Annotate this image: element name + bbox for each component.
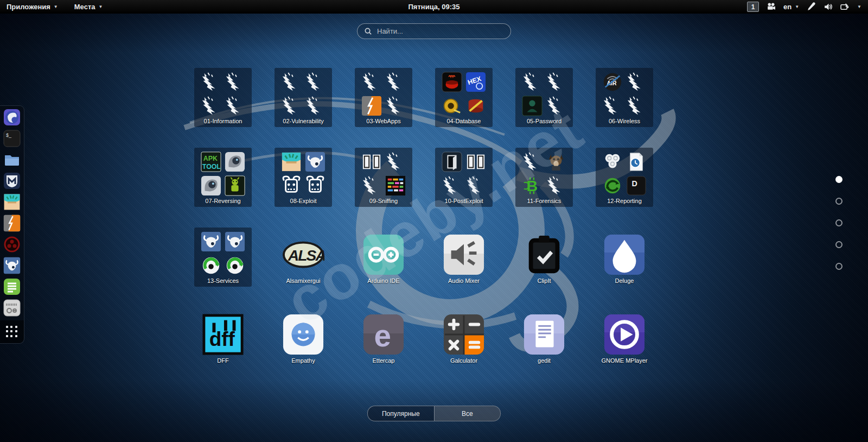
folder-label: 13-Services bbox=[194, 277, 252, 284]
dragon-icon bbox=[546, 96, 566, 116]
dock-item-files[interactable] bbox=[3, 151, 21, 168]
robot-icon bbox=[225, 151, 245, 172]
keyboard-layout-label: en bbox=[783, 3, 792, 11]
app-folder[interactable]: 02-Vulnerability bbox=[263, 68, 343, 127]
folder-label: 11-Forensics bbox=[515, 198, 573, 204]
android-icon bbox=[225, 175, 245, 196]
folder-preview: B bbox=[522, 151, 566, 196]
dragon-icon bbox=[281, 96, 302, 116]
dock-item-red-orb-app[interactable] bbox=[3, 236, 21, 253]
dock-item-iceweasel-browser[interactable] bbox=[3, 109, 21, 126]
svg-text:e: e bbox=[374, 319, 391, 353]
app-folder[interactable]: 10-PostExploit bbox=[424, 148, 504, 207]
redorb-icon bbox=[3, 236, 21, 253]
app-folder[interactable]: D12-Reporting bbox=[584, 148, 665, 207]
battery-icon[interactable] bbox=[840, 2, 850, 11]
folder-tile: 03-WebApps bbox=[355, 68, 412, 127]
dragon-icon bbox=[281, 72, 302, 92]
places-menu[interactable]: Места ▼ bbox=[74, 3, 103, 11]
apktool-icon: APKTOOL bbox=[201, 151, 221, 172]
app-folder[interactable]: B11-Forensics bbox=[504, 148, 584, 207]
all-tab[interactable]: Все bbox=[434, 406, 501, 421]
page-dot-2[interactable] bbox=[835, 198, 843, 205]
dock-item-terminal[interactable]: $_ bbox=[3, 130, 21, 147]
pen-icon[interactable] bbox=[807, 2, 816, 11]
dff-icon: dff bbox=[202, 313, 244, 356]
dragon-icon bbox=[361, 72, 382, 92]
search-input[interactable] bbox=[357, 23, 511, 39]
folder-preview bbox=[361, 72, 406, 116]
dragon-icon bbox=[385, 151, 406, 172]
doors-icon bbox=[361, 151, 382, 172]
search-icon bbox=[364, 27, 372, 35]
dragon-icon bbox=[305, 72, 326, 92]
dragon-icon bbox=[305, 96, 326, 116]
app-folder[interactable]: 08-Exploit bbox=[263, 148, 343, 207]
dragon-icon bbox=[201, 72, 221, 92]
oracle-icon bbox=[442, 96, 462, 116]
pixels-icon bbox=[385, 175, 406, 196]
dock-item-beef[interactable] bbox=[3, 257, 21, 274]
view-toggle: Популярные Все bbox=[367, 406, 501, 421]
app-item[interactable]: GNOME MPlayer bbox=[584, 307, 665, 367]
folder-tile: 10-PostExploit bbox=[435, 148, 493, 207]
iceweasel-icon bbox=[3, 109, 21, 126]
dragon-icon bbox=[225, 72, 245, 92]
page-dot-3[interactable] bbox=[835, 219, 843, 226]
svg-text:APK: APK bbox=[203, 155, 218, 162]
app-folder[interactable]: HEX04-Database bbox=[424, 68, 504, 127]
dock-item-leafpad[interactable] bbox=[3, 278, 21, 295]
folder-tile: APKTOOL07-Reversing bbox=[194, 148, 252, 207]
folder-label: 06-Wireless bbox=[596, 118, 653, 124]
gedit-icon bbox=[523, 313, 565, 356]
chevron-down-icon: ▼ bbox=[54, 4, 58, 9]
folder-preview bbox=[522, 72, 566, 116]
video-camera-icon[interactable] bbox=[767, 2, 776, 11]
application-grid: 01-Information02-Vulnerability03-WebApps… bbox=[183, 68, 665, 367]
beefbull-icon bbox=[201, 231, 221, 252]
folder-label: 09-Sniffing bbox=[355, 198, 412, 204]
chevron-down-icon: ▼ bbox=[98, 4, 103, 9]
robot-icon bbox=[201, 175, 221, 196]
mixer-icon bbox=[3, 299, 21, 317]
dock-item-metasploit[interactable] bbox=[3, 172, 21, 190]
folder-label: 08-Exploit bbox=[275, 198, 332, 204]
chevron-down-icon[interactable]: ▼ bbox=[857, 4, 861, 9]
folder-preview bbox=[201, 231, 245, 276]
app-folder[interactable]: 01-Information bbox=[183, 68, 263, 127]
metasploit-icon bbox=[3, 172, 21, 190]
dock-item-armitage[interactable] bbox=[3, 193, 21, 211]
page-dot-4[interactable] bbox=[835, 241, 843, 248]
dock-item-mixer-device[interactable] bbox=[3, 299, 21, 317]
app-folder[interactable]: 03-WebApps bbox=[343, 68, 424, 127]
folder-preview bbox=[361, 151, 406, 196]
workspace-indicator[interactable]: 1 bbox=[747, 2, 759, 12]
app-folder[interactable]: 05-Password bbox=[504, 68, 584, 127]
app-folder[interactable]: 09-Sniffing bbox=[343, 148, 424, 207]
dragon-icon bbox=[522, 72, 542, 92]
clock[interactable]: Пятница, 09:35 bbox=[409, 3, 460, 11]
app-item[interactable]: Deluge bbox=[584, 228, 665, 287]
applications-menu-label: Приложения bbox=[7, 3, 50, 11]
dock-item-burpsuite[interactable] bbox=[3, 214, 21, 232]
deluge-icon bbox=[603, 233, 646, 276]
folder-preview: HEX bbox=[442, 72, 486, 116]
dragon-icon bbox=[361, 175, 382, 196]
dragon-icon bbox=[442, 175, 462, 196]
page-dot-1[interactable] bbox=[835, 176, 843, 183]
show-applications-button[interactable] bbox=[0, 320, 24, 343]
page-dot-5[interactable] bbox=[835, 263, 843, 270]
beefbull-icon bbox=[305, 151, 326, 172]
clock-label: Пятница, 09:35 bbox=[409, 3, 460, 11]
volume-icon[interactable] bbox=[824, 2, 833, 11]
beefbull-icon bbox=[225, 231, 245, 252]
applications-menu[interactable]: Приложения ▼ bbox=[7, 3, 58, 11]
doordark-icon bbox=[442, 151, 462, 172]
dragon-icon bbox=[626, 72, 647, 92]
app-folder[interactable]: AIR06-Wireless bbox=[584, 68, 665, 127]
keyboard-layout-menu[interactable]: en ▼ bbox=[783, 3, 799, 11]
svg-text:B: B bbox=[527, 177, 538, 194]
svg-text:D: D bbox=[631, 179, 637, 188]
app-folder[interactable]: APKTOOL07-Reversing bbox=[183, 148, 263, 207]
frequent-tab[interactable]: Популярные bbox=[368, 406, 434, 421]
